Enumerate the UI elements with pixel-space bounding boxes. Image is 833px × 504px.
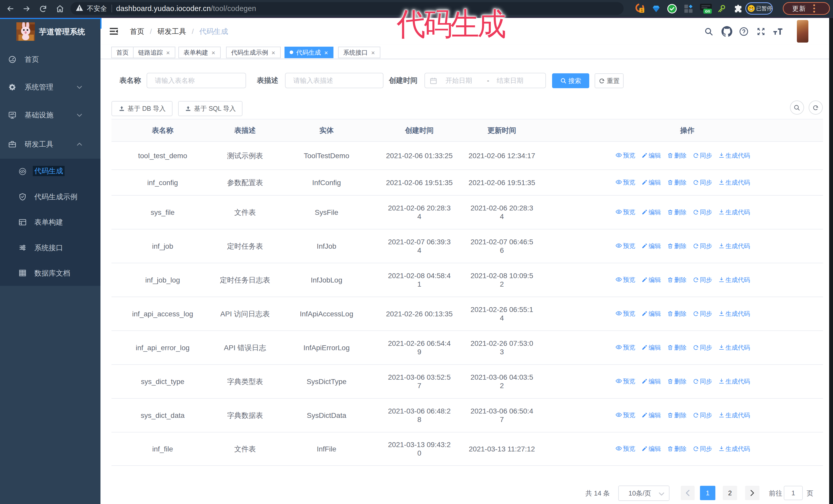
svg-text:1: 1	[641, 8, 643, 13]
svg-text:on: on	[705, 9, 710, 13]
